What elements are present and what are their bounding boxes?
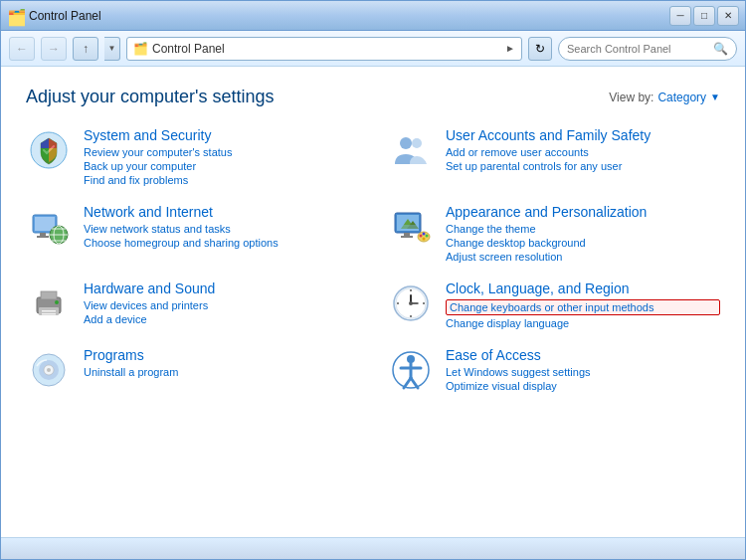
change-display-language-link[interactable]: Change display language: [446, 317, 720, 329]
change-keyboards-link[interactable]: Change keyboards or other input methods: [446, 299, 720, 315]
hardware-icon: [26, 280, 72, 326]
user-accounts-title[interactable]: User Accounts and Family Safety: [446, 127, 720, 143]
nav-dropdown[interactable]: ▼: [104, 37, 120, 61]
network-links: View network status and tasks Choose hom…: [84, 223, 358, 249]
appearance-content: Appearance and Personalization Change th…: [446, 204, 720, 263]
search-bar[interactable]: 🔍: [558, 37, 737, 61]
uninstall-link[interactable]: Uninstall a program: [84, 366, 358, 378]
programs-icon: [26, 347, 72, 393]
appearance-links: Change the theme Change desktop backgrou…: [446, 223, 720, 263]
category-system-security: System and Security Review your computer…: [26, 127, 358, 186]
forward-button[interactable]: →: [41, 37, 67, 61]
screen-resolution-link[interactable]: Adjust screen resolution: [446, 251, 720, 263]
window-icon: 🗂️: [7, 8, 23, 24]
categories-grid: System and Security Review your computer…: [26, 127, 720, 393]
desktop-background-link[interactable]: Change desktop background: [446, 237, 720, 249]
system-security-links: Review your computer's status Back up yo…: [84, 146, 358, 186]
svg-rect-6: [37, 236, 49, 238]
category-hardware: Hardware and Sound View devices and prin…: [26, 280, 358, 329]
appearance-title[interactable]: Appearance and Personalization: [446, 204, 720, 220]
svg-point-20: [420, 235, 423, 238]
network-icon: [26, 204, 72, 250]
title-bar: 🗂️ Control Panel ─ □ ✕: [1, 1, 745, 31]
svg-rect-17: [404, 233, 410, 236]
main-window: 🗂️ Control Panel ─ □ ✕ ← → ↑ ▼ 🗂️ Contro…: [0, 0, 746, 560]
clock-language-content: Clock, Language, and Region Change keybo…: [446, 280, 720, 329]
review-status-link[interactable]: Review your computer's status: [84, 146, 358, 158]
user-accounts-content: User Accounts and Family Safety Add or r…: [446, 127, 720, 172]
search-icon[interactable]: 🔍: [713, 42, 728, 56]
category-user-accounts: User Accounts and Family Safety Add or r…: [388, 127, 720, 186]
content-area: Adjust your computer's settings View by:…: [1, 67, 745, 537]
homegroup-link[interactable]: Choose homegroup and sharing options: [84, 237, 358, 249]
change-theme-link[interactable]: Change the theme: [446, 223, 720, 235]
ease-of-access-icon: [388, 347, 434, 393]
windows-suggest-link[interactable]: Let Windows suggest settings: [446, 366, 720, 378]
title-bar-left: 🗂️ Control Panel: [7, 8, 101, 24]
user-accounts-links: Add or remove user accounts Set up paren…: [446, 146, 720, 172]
minimize-button[interactable]: ─: [669, 6, 691, 26]
svg-rect-27: [42, 310, 56, 312]
nav-bar: ← → ↑ ▼ 🗂️ Control Panel ► ↻ 🔍: [1, 31, 745, 67]
svg-rect-25: [41, 291, 57, 299]
clock-language-links: Change keyboards or other input methods …: [446, 299, 720, 329]
clock-language-title[interactable]: Clock, Language, and Region: [446, 280, 720, 296]
address-icon: 🗂️: [133, 42, 148, 56]
fix-problems-link[interactable]: Find and fix problems: [84, 174, 358, 186]
backup-link[interactable]: Back up your computer: [84, 160, 358, 172]
network-status-link[interactable]: View network status and tasks: [84, 223, 358, 235]
address-text: Control Panel: [152, 42, 501, 56]
page-header: Adjust your computer's settings View by:…: [26, 87, 720, 107]
category-programs: Programs Uninstall a program: [26, 347, 358, 393]
hardware-links: View devices and printers Add a device: [84, 299, 358, 325]
svg-rect-16: [397, 225, 419, 231]
view-by-label: View by:: [609, 91, 653, 104]
hardware-content: Hardware and Sound View devices and prin…: [84, 280, 358, 325]
system-security-title[interactable]: System and Security: [84, 127, 358, 143]
search-input[interactable]: [567, 43, 709, 55]
title-bar-controls: ─ □ ✕: [669, 6, 739, 26]
add-remove-users-link[interactable]: Add or remove user accounts: [446, 146, 720, 158]
hardware-title[interactable]: Hardware and Sound: [84, 280, 358, 296]
category-appearance: Appearance and Personalization Change th…: [388, 204, 720, 263]
devices-printers-link[interactable]: View devices and printers: [84, 299, 358, 311]
programs-content: Programs Uninstall a program: [84, 347, 358, 378]
svg-point-22: [426, 235, 429, 238]
view-by-dropdown-icon[interactable]: ▼: [710, 92, 720, 102]
view-by-control: View by: Category ▼: [609, 91, 720, 104]
svg-point-23: [423, 238, 426, 241]
close-button[interactable]: ✕: [717, 6, 739, 26]
up-button[interactable]: ↑: [73, 37, 98, 61]
network-title[interactable]: Network and Internet: [84, 204, 358, 220]
svg-rect-28: [42, 313, 56, 315]
optimize-display-link[interactable]: Optimize visual display: [446, 380, 720, 392]
clock-language-icon: [388, 280, 434, 326]
address-bar[interactable]: 🗂️ Control Panel ►: [126, 37, 522, 61]
svg-point-42: [47, 368, 51, 372]
status-bar: [1, 537, 745, 559]
svg-rect-18: [401, 236, 413, 238]
page-title: Adjust your computer's settings: [26, 87, 275, 107]
programs-links: Uninstall a program: [84, 366, 358, 378]
category-network: Network and Internet View network status…: [26, 204, 358, 263]
ease-of-access-content: Ease of Access Let Windows suggest setti…: [446, 347, 720, 392]
category-clock-language: Clock, Language, and Region Change keybo…: [388, 280, 720, 329]
maximize-button[interactable]: □: [693, 6, 715, 26]
address-dropdown-icon: ►: [505, 43, 515, 54]
svg-point-38: [409, 301, 413, 305]
view-by-value[interactable]: Category: [657, 91, 706, 104]
programs-title[interactable]: Programs: [84, 347, 358, 363]
window-title: Control Panel: [29, 9, 101, 23]
svg-point-1: [400, 137, 412, 149]
refresh-button[interactable]: ↻: [528, 37, 552, 61]
network-content: Network and Internet View network status…: [84, 204, 358, 249]
ease-of-access-links: Let Windows suggest settings Optimize vi…: [446, 366, 720, 392]
user-accounts-icon: [388, 127, 434, 173]
category-ease-of-access: Ease of Access Let Windows suggest setti…: [388, 347, 720, 393]
svg-rect-5: [40, 233, 46, 236]
add-device-link[interactable]: Add a device: [84, 313, 358, 325]
parental-controls-link[interactable]: Set up parental controls for any user: [446, 160, 720, 172]
back-button[interactable]: ←: [9, 37, 35, 61]
svg-point-2: [412, 138, 422, 148]
ease-of-access-title[interactable]: Ease of Access: [446, 347, 720, 363]
